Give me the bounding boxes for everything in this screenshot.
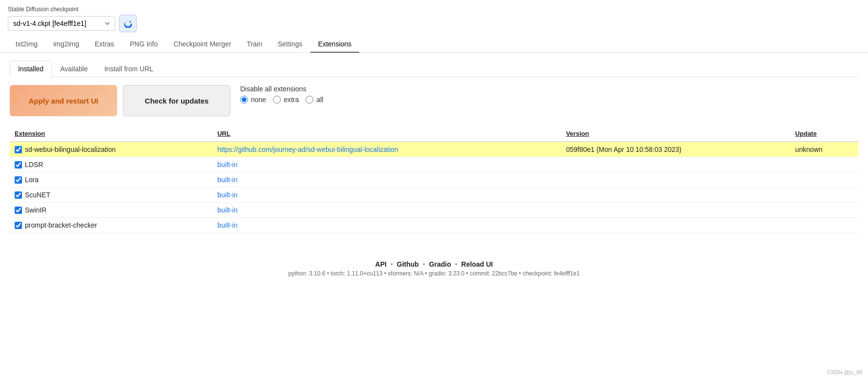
ext-update-cell (790, 188, 858, 203)
checkpoint-section: Stable Diffusion checkpoint sd-v1-4.ckpt… (8, 6, 137, 32)
footer-link-github[interactable]: Github (397, 260, 419, 268)
table-row: Lorabuilt-in (10, 172, 858, 188)
ext-url: built-in (217, 191, 237, 199)
subtab-available[interactable]: Available (52, 61, 96, 77)
radio-extra[interactable]: extra (273, 96, 299, 104)
footer-link-api[interactable]: API (375, 260, 387, 268)
ext-update-cell: unknown (790, 142, 858, 157)
tab-checkpoint-merger[interactable]: Checkpoint Merger (165, 36, 239, 53)
content-area: Installed Available Install from URL App… (0, 53, 868, 241)
ext-enabled-checkbox[interactable] (15, 146, 22, 153)
radio-none-label: none (251, 96, 266, 104)
refresh-checkpoint-button[interactable] (119, 15, 137, 32)
radio-none-input[interactable] (240, 96, 248, 104)
radio-all[interactable]: all (306, 96, 323, 104)
ext-url-link[interactable]: https://github.com/journey-ad/sd-webui-b… (217, 146, 398, 153)
ext-version-cell (561, 172, 790, 188)
footer-link-reload-ui[interactable]: Reload UI (461, 260, 493, 268)
ext-version-cell (561, 188, 790, 203)
ext-name-cell: ScuNET (10, 188, 212, 203)
ext-url: built-in (217, 206, 237, 214)
radio-all-input[interactable] (306, 96, 313, 104)
ext-name: Lora (25, 176, 39, 184)
actions-row: Apply and restart UI Check for updates D… (10, 85, 858, 116)
subtab-installed[interactable]: Installed (10, 61, 52, 77)
ext-update-cell (790, 203, 858, 218)
tab-png-info[interactable]: PNG Info (122, 36, 166, 53)
ext-update-cell (790, 218, 858, 233)
tab-settings[interactable]: Settings (270, 36, 310, 53)
refresh-icon (124, 19, 132, 28)
table-row: LDSRbuilt-in (10, 157, 858, 172)
main-tabs: txt2img img2img Extras PNG Info Checkpoi… (0, 36, 868, 53)
apply-restart-button[interactable]: Apply and restart UI (10, 85, 117, 116)
col-extension: Extension (10, 126, 212, 142)
col-version: Version (561, 126, 790, 142)
subtab-install-from-url[interactable]: Install from URL (96, 61, 162, 77)
footer: API • Github • Gradio • Reload UI python… (0, 260, 868, 282)
ext-version-cell (561, 203, 790, 218)
ext-enabled-checkbox[interactable] (15, 191, 22, 199)
ext-name-cell: LDSR (10, 157, 212, 172)
ext-url-cell: built-in (212, 188, 561, 203)
ext-name: SwinIR (25, 206, 46, 214)
ext-url-cell: built-in (212, 203, 561, 218)
ext-url-cell: built-in (212, 157, 561, 172)
table-row: ScuNETbuilt-in (10, 188, 858, 203)
ext-url: built-in (217, 221, 237, 229)
ext-url-cell: https://github.com/journey-ad/sd-webui-b… (212, 142, 561, 157)
table-row: prompt-bracket-checkerbuilt-in (10, 218, 858, 233)
radio-extra-label: extra (284, 96, 299, 104)
tab-train[interactable]: Train (239, 36, 270, 53)
ext-enabled-checkbox[interactable] (15, 207, 22, 214)
ext-url-cell: built-in (212, 172, 561, 188)
checkpoint-select-wrap: sd-v1-4.ckpt [fe4efff1e1] (8, 15, 137, 32)
disable-extensions-group: Disable all extensions none extra all (240, 85, 323, 104)
ext-name-cell: Lora (10, 172, 212, 188)
ext-enabled-checkbox[interactable] (15, 161, 22, 168)
check-updates-button[interactable]: Check for updates (123, 85, 230, 116)
ext-name-cell: prompt-bracket-checker (10, 218, 212, 233)
radio-extra-input[interactable] (273, 96, 281, 104)
radio-row: none extra all (240, 96, 323, 104)
extensions-table: Extension URL Version Update sd-webui-bi… (10, 126, 858, 233)
sub-tabs: Installed Available Install from URL (10, 61, 858, 77)
tab-txt2img[interactable]: txt2img (8, 36, 45, 53)
tab-extensions[interactable]: Extensions (310, 36, 359, 53)
ext-url: built-in (217, 161, 237, 168)
checkpoint-label: Stable Diffusion checkpoint (8, 6, 137, 13)
ext-name: prompt-bracket-checker (25, 221, 97, 229)
footer-links: API • Github • Gradio • Reload UI (0, 260, 868, 268)
tab-extras[interactable]: Extras (87, 36, 122, 53)
footer-meta: python: 3.10.6 • torch: 1.11.0+cu113 • x… (0, 270, 868, 277)
ext-url: built-in (217, 176, 237, 184)
radio-all-label: all (316, 96, 323, 104)
table-row: SwinIRbuilt-in (10, 203, 858, 218)
col-url: URL (212, 126, 561, 142)
top-bar: Stable Diffusion checkpoint sd-v1-4.ckpt… (0, 0, 868, 36)
ext-version-cell: 059f80e1 (Mon Apr 10 10:58:03 2023) (561, 142, 790, 157)
checkpoint-select[interactable]: sd-v1-4.ckpt [fe4efff1e1] (8, 16, 115, 31)
ext-url-cell: built-in (212, 218, 561, 233)
col-update: Update (790, 126, 858, 142)
tab-img2img[interactable]: img2img (45, 36, 87, 53)
ext-enabled-checkbox[interactable] (15, 222, 22, 229)
ext-version-cell (561, 218, 790, 233)
ext-version-cell (561, 157, 790, 172)
disable-all-label: Disable all extensions (240, 85, 323, 93)
ext-update-cell (790, 172, 858, 188)
ext-name-cell: SwinIR (10, 203, 212, 218)
ext-update-cell (790, 157, 858, 172)
ext-name: sd-webui-bilingual-localization (25, 146, 116, 153)
ext-name-cell: sd-webui-bilingual-localization (10, 142, 212, 157)
ext-name: LDSR (25, 161, 43, 168)
ext-name: ScuNET (25, 191, 50, 199)
table-row: sd-webui-bilingual-localizationhttps://g… (10, 142, 858, 157)
radio-none[interactable]: none (240, 96, 266, 104)
ext-enabled-checkbox[interactable] (15, 176, 22, 184)
footer-link-gradio[interactable]: Gradio (429, 260, 451, 268)
